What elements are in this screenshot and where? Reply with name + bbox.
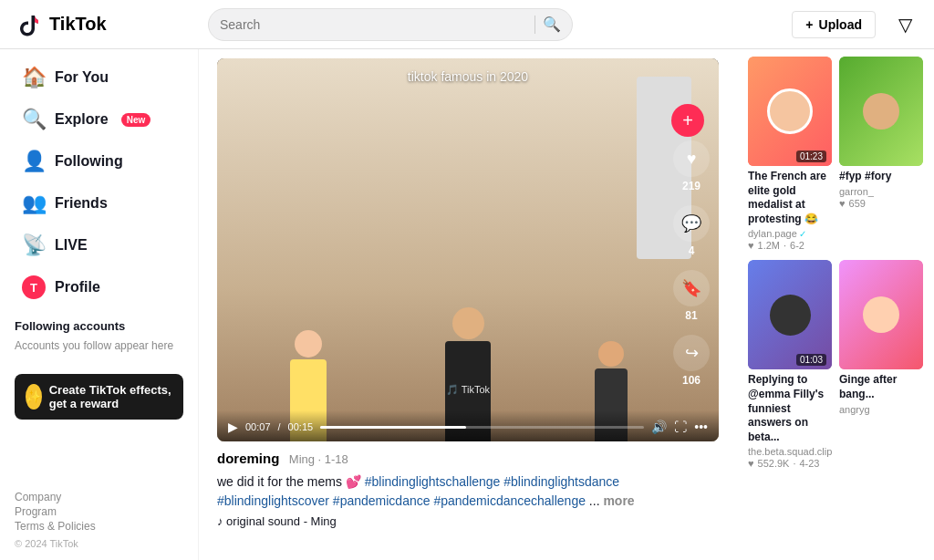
comments-count: 6-2 <box>790 240 804 251</box>
sidebar-item-label: For You <box>55 69 109 86</box>
sidebar-item-friends[interactable]: 👥 Friends <box>7 184 191 223</box>
upload-plus-icon: + <box>805 17 813 32</box>
author-name: garron_ <box>839 186 874 197</box>
thumbnail-face <box>767 88 813 134</box>
heart-icon-small: ♥ <box>839 198 846 209</box>
sidebar-item-live[interactable]: 📡 LIVE <box>7 226 191 264</box>
time-total: 00:15 <box>288 421 314 432</box>
dot-separator: · <box>784 240 786 251</box>
suggested-card-beta[interactable]: 01:03 Replying to @emma Filly's funniest… <box>748 260 832 469</box>
author-name: angryg <box>839 404 870 415</box>
upload-button[interactable]: + Upload <box>792 11 876 38</box>
progress-bar[interactable] <box>320 426 644 429</box>
suggested-card-fyp[interactable]: #fyp #fory garron_ ♥ 659 <box>839 57 923 251</box>
bookmark-button[interactable]: 🔖 81 <box>673 270 710 322</box>
video-actions: ♥ 219 💬 4 🔖 81 ↪ 106 <box>673 140 710 387</box>
follow-plus-button[interactable]: + <box>671 104 704 137</box>
footer-terms-link[interactable]: Terms & Policies <box>15 520 183 533</box>
fullscreen-button[interactable]: ⛶ <box>674 420 687 434</box>
footer-company-link[interactable]: Company <box>15 491 183 503</box>
home-icon: 🏠 <box>22 66 46 89</box>
likes-count: 552.9K <box>758 458 790 469</box>
video-description: we did it for the mems 💕 #blindinglights… <box>217 472 719 511</box>
share-count: 106 <box>682 374 700 387</box>
right-panel: 01:23 The French are elite gold medalist… <box>737 49 934 560</box>
thumbnail-face <box>863 296 899 333</box>
volume-button[interactable]: 🔊 <box>651 420 667 434</box>
card-title: Replying to @emma Filly's funniest answe… <box>748 373 832 444</box>
app-header: TikTok 🔍 + Upload ▽ <box>0 0 934 49</box>
video-meta: Ming · 1-18 <box>289 452 348 466</box>
sidebar-item-label: Friends <box>55 195 108 212</box>
card-stats: ♥ 1.2M · 6-2 <box>748 240 832 251</box>
following-accounts-title: Following accounts <box>0 308 198 338</box>
hashtag-5[interactable]: #pandemicdancechallenge <box>433 493 586 508</box>
copyright-text: © 2024 TikTok <box>15 538 78 549</box>
card-stats: ♥ 659 <box>839 198 923 209</box>
comment-button[interactable]: 💬 4 <box>673 205 710 257</box>
sidebar: 🏠 For You 🔍 Explore New 👤 Following 👥 Fr… <box>0 49 199 560</box>
dot-separator: · <box>793 458 795 469</box>
hashtag-4[interactable]: #pandemicdance <box>333 493 431 508</box>
inbox-icon[interactable]: ▽ <box>890 10 919 39</box>
figure-head <box>452 307 484 339</box>
card-thumbnail: 01:03 <box>748 260 832 369</box>
following-icon: 👤 <box>22 150 46 173</box>
following-accounts-subtitle: Accounts you follow appear here <box>0 338 198 365</box>
sidebar-item-explore[interactable]: 🔍 Explore New <box>7 100 191 139</box>
comment-count: 4 <box>689 244 695 257</box>
thumbnail-face <box>770 295 811 336</box>
card-author: the.beta.squad.clips <box>748 446 832 457</box>
hashtag-2[interactable]: #blindinglightsdance <box>503 474 619 489</box>
logo-text: TikTok <box>49 14 107 35</box>
like-button[interactable]: ♥ 219 <box>673 140 710 192</box>
likes-count: 1.2M <box>758 240 780 251</box>
explore-icon: 🔍 <box>22 108 46 131</box>
sidebar-item-label: Following <box>55 153 123 170</box>
friends-icon: 👥 <box>22 192 46 215</box>
progress-fill <box>320 426 466 429</box>
create-effects-label: Create TikTok effects, get a reward <box>49 383 172 410</box>
suggested-row-1: 01:23 The French are elite gold medalist… <box>748 57 923 251</box>
footer-program-link[interactable]: Program <box>15 505 183 518</box>
sidebar-footer: Company Program Terms & Policies © 2024 … <box>0 482 198 560</box>
sidebar-item-label: Profile <box>55 279 100 296</box>
search-submit-button[interactable]: 🔍 <box>543 16 561 33</box>
create-effects-button[interactable]: ✨ Create TikTok effects, get a reward <box>15 374 183 420</box>
search-bar[interactable]: 🔍 <box>208 8 573 41</box>
video-watermark: 🎵 TikTok <box>446 384 490 396</box>
suggested-card-french[interactable]: 01:23 The French are elite gold medalist… <box>748 57 832 251</box>
sidebar-item-profile[interactable]: T Profile <box>7 268 191 306</box>
sidebar-item-label: LIVE <box>55 237 88 254</box>
play-pause-button[interactable]: ▶ <box>228 420 238 434</box>
hashtag-3[interactable]: #blindinglightscover <box>217 493 329 508</box>
main-layout: 🏠 For You 🔍 Explore New 👤 Following 👥 Fr… <box>0 49 934 560</box>
suggested-card-ginge[interactable]: Ginge after bang... angryg <box>839 260 923 469</box>
more-options-button[interactable]: ••• <box>694 420 708 434</box>
sidebar-item-for-you[interactable]: 🏠 For You <box>7 58 191 97</box>
hashtag-1[interactable]: #blindinglightschallenge <box>365 474 501 489</box>
sound-text: ♪ original sound - Ming <box>217 514 337 528</box>
more-button[interactable]: more <box>603 493 634 508</box>
likes-count: 659 <box>849 198 866 209</box>
description-ellipsis: ... <box>589 493 604 508</box>
main-video-player[interactable]: tiktok famous in 2020 + ♥ 219 💬 4 🔖 81 <box>217 58 719 441</box>
explore-new-badge: New <box>121 113 151 127</box>
search-input[interactable] <box>220 17 527 32</box>
card-thumbnail <box>839 260 923 369</box>
heart-icon-small: ♥ <box>748 458 754 469</box>
suggested-videos-grid: 01:23 The French are elite gold medalist… <box>748 57 923 469</box>
author-name: dylan.page <box>748 228 797 239</box>
card-title: The French are elite gold medalist at pr… <box>748 170 832 226</box>
share-button[interactable]: ↪ 106 <box>673 335 710 387</box>
card-thumbnail <box>839 57 923 166</box>
video-author[interactable]: doreming <box>217 451 279 466</box>
effects-star-icon: ✨ <box>26 384 42 410</box>
video-sound[interactable]: ♪ original sound - Ming <box>217 514 719 528</box>
header-right: + Upload ▽ <box>792 10 919 39</box>
sidebar-item-following[interactable]: 👤 Following <box>7 142 191 181</box>
search-divider <box>534 16 535 34</box>
live-icon: 📡 <box>22 233 46 257</box>
thumbnail-face <box>863 93 899 130</box>
bookmark-icon: 🔖 <box>673 270 710 306</box>
